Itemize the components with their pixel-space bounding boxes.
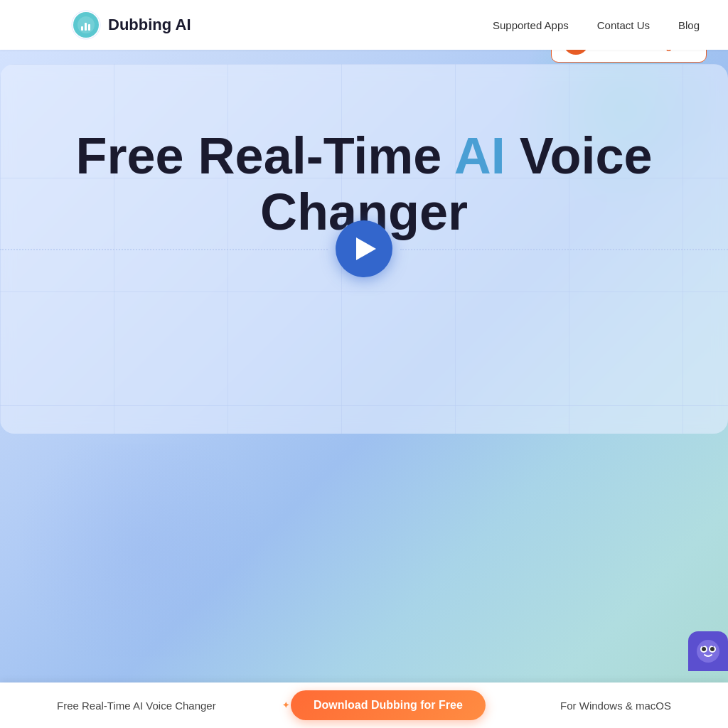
hero-section: Free Real-Time AI Voice Changer [0, 50, 728, 434]
navbar: Dubbing AI Supported Apps Contact Us Blo… [0, 0, 728, 50]
download-button[interactable]: Download Dubbing for Free [291, 690, 486, 720]
svg-point-9 [702, 647, 706, 651]
nav-links: Supported Apps Contact Us Blog [493, 19, 700, 31]
nav-supported-apps[interactable]: Supported Apps [493, 19, 569, 31]
hero-title-part1: Free Real-Time [76, 127, 454, 184]
mascot [688, 631, 728, 671]
svg-point-10 [710, 647, 714, 651]
cta-right-text: For Windows & macOS [560, 700, 671, 712]
main-content: P #1 PRODUCT OF THE WEEK Artificial Inte… [0, 0, 728, 728]
mascot-icon [695, 638, 721, 664]
play-button[interactable] [336, 220, 392, 277]
bg-gradient-blue [0, 444, 284, 657]
dotted-line-left [0, 249, 328, 250]
svg-point-6 [697, 640, 719, 663]
cta-left-text: Free Real-Time AI Voice Changer [57, 700, 216, 712]
dotted-line-right [400, 249, 728, 250]
svg-rect-5 [88, 24, 90, 31]
svg-rect-4 [85, 23, 87, 31]
hero-title-ai: AI [454, 127, 505, 184]
video-container: Free Real-Time AI Voice Changer [0, 64, 728, 434]
svg-rect-3 [81, 26, 83, 31]
logo[interactable]: Dubbing AI [71, 10, 191, 40]
logo-icon [71, 10, 101, 40]
nav-contact-us[interactable]: Contact Us [597, 19, 650, 31]
cta-bar: Free Real-Time AI Voice Changer Download… [0, 682, 728, 728]
mascot-area [688, 631, 728, 671]
play-triangle-icon [356, 237, 376, 260]
logo-text: Dubbing AI [108, 16, 191, 34]
nav-blog[interactable]: Blog [678, 19, 700, 31]
